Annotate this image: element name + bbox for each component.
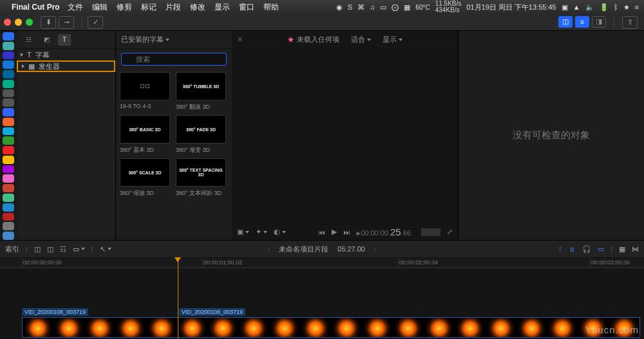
keyboard-icon[interactable]: ▦	[404, 3, 410, 12]
dock-app-icon[interactable]	[3, 118, 14, 126]
timeline-effects-icon[interactable]: ▦	[619, 245, 625, 253]
dock-app-icon[interactable]	[3, 222, 14, 230]
dock-app-icon[interactable]	[3, 89, 14, 98]
dock-app-icon[interactable]	[3, 32, 14, 41]
dock-app-icon[interactable]	[3, 213, 14, 221]
solo-icon[interactable]: 🎧	[582, 245, 591, 253]
bt-icon[interactable]: ᛒ	[614, 3, 618, 11]
menu-file[interactable]: 文件	[68, 2, 83, 13]
dock-app-icon[interactable]	[3, 165, 14, 174]
dock-app-icon[interactable]	[3, 127, 14, 136]
timeline-history-fwd-icon[interactable]: ›	[374, 245, 377, 253]
timeline-ruler[interactable]: 00:00:00:00.00 00:00:01:00.02 00:00:02:0…	[0, 258, 644, 268]
dock-app-icon[interactable]	[3, 136, 14, 145]
close-viewer-icon[interactable]: ✕	[237, 35, 243, 44]
dock-app-icon[interactable]	[3, 203, 14, 212]
project-name[interactable]: 未命名项目片段	[279, 244, 328, 254]
fit-dropdown[interactable]: 适合	[351, 35, 371, 44]
bluetooth-icon[interactable]: ⌘	[357, 3, 365, 12]
clip-appearance-icon-2[interactable]: ◫	[47, 245, 53, 253]
library-tab-icon[interactable]: ☷	[22, 34, 35, 46]
volume-icon[interactable]: 🔈	[585, 3, 594, 12]
dock-app-icon[interactable]	[3, 108, 14, 116]
sidebar-item-generators[interactable]: ▦ 发生器	[17, 60, 115, 72]
title-preset-card[interactable]: 360° TUMBLE 3D360° 翻滚 3D	[176, 72, 228, 111]
menu-view[interactable]: 显示	[214, 2, 230, 13]
audio-skimming-icon[interactable]: ⫼	[569, 245, 576, 253]
dock-app-icon[interactable]	[3, 232, 14, 240]
import-button[interactable]: ⬇	[41, 16, 56, 29]
share-button[interactable]: ⇧	[622, 16, 638, 29]
menu-window[interactable]: 窗口	[239, 2, 254, 13]
dock-app-icon[interactable]	[3, 184, 14, 192]
dock-app-icon[interactable]	[3, 80, 14, 88]
title-preset-card[interactable]: 360° SCALE 3D360° 缩放 3D	[120, 158, 172, 197]
browser-filter-dropdown[interactable]: 已安装的字幕	[121, 35, 169, 44]
battery-icon[interactable]: 🔋	[600, 3, 609, 12]
timeline-pane-toggle[interactable]: ≡	[575, 16, 589, 28]
dock-app-icon[interactable]	[3, 174, 14, 183]
skimming-icon[interactable]: ⫶	[558, 245, 562, 253]
timecode-display[interactable]: ▶00:00:00.25.66	[357, 226, 411, 237]
dock-app-icon[interactable]	[3, 194, 14, 202]
playhead[interactable]	[178, 258, 178, 339]
timeline-panel[interactable]: 00:00:00:00.00 00:00:01:00.02 00:00:02:0…	[0, 258, 644, 339]
clip-appearance-icon-3[interactable]: ☷	[60, 245, 66, 253]
display-icon[interactable]: ▭	[380, 3, 386, 12]
app-name[interactable]: Final Cut Pro	[12, 3, 60, 12]
title-preset-card[interactable]: 360° FADE 3D360° 渐变 3D	[176, 115, 228, 154]
close-window-button[interactable]	[4, 19, 11, 26]
timeline-transitions-icon[interactable]: ⋈	[632, 245, 639, 253]
library-pane-toggle[interactable]: ◫	[558, 16, 573, 28]
index-button[interactable]: 索引	[5, 244, 19, 254]
timeline-history-back-icon[interactable]: ‹	[267, 245, 270, 253]
menu-modify[interactable]: 修改	[190, 2, 205, 13]
clip-appearance-icon[interactable]: ◫	[34, 245, 41, 253]
menu-help[interactable]: 帮助	[263, 2, 279, 13]
menu-trim[interactable]: 修剪	[117, 2, 132, 13]
dock-app-icon[interactable]	[3, 70, 14, 78]
menu-mark[interactable]: 标记	[141, 2, 156, 13]
inspector-pane-toggle[interactable]: ◨	[592, 16, 606, 28]
snapping-icon[interactable]: ▭	[598, 245, 604, 253]
wifi-icon[interactable]: ⨀	[392, 3, 399, 12]
clip-size-dropdown[interactable]: ▭	[73, 245, 85, 253]
dock-app-icon[interactable]	[3, 60, 14, 69]
disclosure-triangle-icon[interactable]	[21, 53, 23, 57]
background-tasks-button[interactable]: ✓	[88, 16, 103, 29]
star-icon[interactable]: ★	[623, 3, 630, 12]
view-dropdown[interactable]: 显示	[383, 35, 402, 44]
search-input[interactable]	[121, 53, 227, 66]
zoom-window-button[interactable]	[26, 19, 33, 26]
sidebar-item-titles[interactable]: T 字幕	[17, 49, 115, 60]
dock-app-icon[interactable]	[3, 98, 14, 107]
photos-tab-icon[interactable]: ◩	[40, 34, 53, 46]
title-preset-card[interactable]: 360° BASIC 3D360° 基本 3D	[120, 115, 172, 154]
status-s-icon[interactable]: S	[348, 3, 352, 11]
select-tool-dropdown[interactable]: ↖	[100, 245, 111, 253]
menu-icon[interactable]: ≡	[635, 3, 639, 11]
title-preset-card[interactable]: 360° TEXT SPACING 3D360° 文本间距 3D	[176, 158, 228, 197]
retime-dropdown-icon[interactable]: ◐	[274, 228, 286, 236]
music-icon[interactable]: ♫	[370, 3, 375, 11]
dock-app-icon[interactable]	[3, 51, 14, 60]
title-preset-card[interactable]: 16-9 TO 4-3	[120, 72, 172, 111]
video-clip[interactable]	[22, 317, 640, 338]
titles-tab-icon[interactable]: T	[58, 34, 71, 46]
dock-app-icon[interactable]	[3, 146, 14, 154]
next-edit-icon[interactable]: ⏭	[343, 228, 350, 236]
minimize-window-button[interactable]	[15, 19, 22, 26]
keyword-button[interactable]: ⊸	[59, 16, 74, 29]
play-icon[interactable]: ▶	[332, 228, 337, 236]
menu-edit[interactable]: 编辑	[92, 2, 108, 13]
dock-app-icon[interactable]	[3, 42, 14, 50]
dock-app-icon[interactable]	[3, 156, 14, 164]
clock[interactable]: 01月19日 周日 下午13:55:45	[466, 3, 556, 12]
display-menu-icon[interactable]: ▣	[562, 3, 568, 12]
fullscreen-icon[interactable]: ⤢	[447, 228, 453, 236]
disclosure-triangle-icon[interactable]	[22, 64, 24, 68]
prev-edit-icon[interactable]: ⏮	[318, 228, 325, 236]
airplay-icon[interactable]: ▲	[573, 3, 580, 11]
siri-icon[interactable]: ◉	[336, 3, 343, 12]
transform-dropdown-icon[interactable]: ▣	[237, 228, 249, 236]
